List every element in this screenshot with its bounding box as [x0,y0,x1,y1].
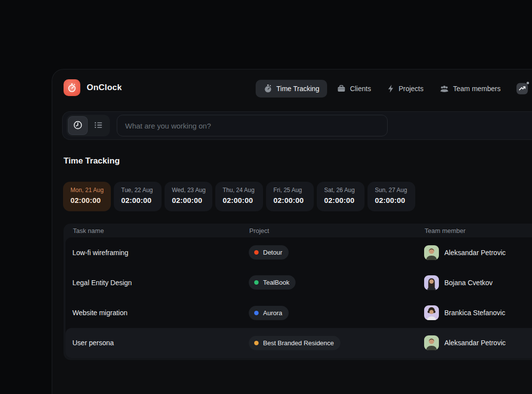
nav-item-clients[interactable]: Clients [331,80,377,98]
task-name: Website migration [72,309,128,317]
project-cell: Best Branded Residence [249,336,340,350]
member-cell: Brankica Stefanovic [424,305,505,320]
day-card-sat[interactable]: Sat, 26 Aug 02:00:00 [317,182,365,211]
time-entries-table: Task name Project Team member Low-fi wir… [64,224,532,360]
day-card-tue[interactable]: Tue, 22 Aug 02:00:00 [114,182,162,211]
project-chip[interactable]: Best Branded Residence [249,336,340,350]
day-label: Sun, 27 Aug [375,187,415,194]
day-label: Thu, 24 Aug [223,187,263,194]
project-name: Aurora [263,309,282,317]
day-total-time: 02:00:00 [172,196,212,204]
day-total-time: 02:00:00 [324,196,365,204]
timer-mode-button[interactable] [68,116,88,135]
column-header-task: Task name [73,227,104,234]
project-chip[interactable]: Aurora [249,306,289,320]
timer-clock-icon [73,120,83,131]
member-name: Bojana Cvetkov [444,279,493,287]
app-header: OnClock Time Tracking [52,69,532,107]
day-label: Tue, 22 Aug [121,187,162,194]
app-title: OnClock [87,83,122,93]
day-card-mon[interactable]: Mon, 21 Aug 02:00:00 [63,182,111,211]
nav-item-team-members[interactable]: Team members [433,80,506,98]
notification-dot [527,82,529,84]
table-header: Task name Project Team member [64,224,532,237]
nav-item-label: Clients [350,85,371,93]
onclock-logo-icon [64,79,80,96]
nav-item-projects[interactable]: Projects [381,80,430,98]
day-card-thu[interactable]: Thu, 24 Aug 02:00:00 [215,182,263,211]
task-description-input[interactable] [117,115,388,136]
table-row[interactable]: User persona Best Branded Residence [66,328,532,358]
day-total-time: 02:00:00 [70,196,111,204]
timer-toolbar [62,111,532,140]
people-icon [439,84,449,93]
nav-item-label: Time Tracking [276,85,319,93]
day-card-sun[interactable]: Sun, 27 Aug 02:00:00 [367,182,415,211]
task-name: User persona [72,339,114,347]
member-cell: Aleksandar Petrovic [424,335,506,350]
member-cell: Bojana Cvetkov [424,275,493,290]
timer-mode-toggle [66,115,110,136]
main-nav: Time Tracking Clients [256,80,532,98]
project-color-dot [254,341,259,345]
day-label: Fri, 25 Aug [273,187,314,194]
brand: OnClock [64,79,122,96]
day-total-time: 02:00:00 [375,196,415,204]
member-cell: Aleksandar Petrovic [424,245,506,260]
project-color-dot [254,250,259,255]
project-cell: TealBook [249,275,296,290]
project-name: TealBook [263,279,289,286]
member-name: Brankica Stefanovic [444,309,505,317]
stopwatch-icon [264,84,272,93]
table-row[interactable]: Website migration Aurora [66,298,532,328]
day-total-time: 02:00:00 [273,196,314,204]
briefcase-icon [337,84,346,93]
manual-mode-button[interactable] [89,116,108,135]
avatar [424,335,439,350]
project-color-dot [254,280,259,285]
day-label: Mon, 21 Aug [70,187,111,194]
app-panel: OnClock Time Tracking [52,69,532,394]
project-color-dot [254,311,259,315]
table-row[interactable]: Low-fi wireframing Detour [66,237,532,267]
day-card-fri[interactable]: Fri, 25 Aug 02:00:00 [266,182,314,211]
day-card-wed[interactable]: Wed, 23 Aug 02:00:00 [165,182,212,211]
project-name: Detour [263,249,282,256]
column-header-member: Team member [425,227,466,234]
lightning-icon [387,84,395,93]
project-cell: Aurora [249,306,289,320]
task-name: Legal Entity Design [72,279,132,287]
nav-item-label: Projects [399,85,424,93]
avatar [424,245,439,260]
member-name: Aleksandar Petrovic [444,249,506,257]
day-label: Sat, 26 Aug [324,187,365,194]
day-total-time: 02:00:00 [223,196,263,204]
week-day-cards: Mon, 21 Aug 02:00:00 Tue, 22 Aug 02:00:0… [63,182,415,211]
avatar [424,275,439,290]
project-chip[interactable]: Detour [249,245,289,260]
nav-item-reports[interactable]: Reports [510,80,532,98]
project-cell: Detour [249,245,289,260]
table-row[interactable]: Legal Entity Design TealBook [66,267,532,297]
project-chip[interactable]: TealBook [249,275,296,290]
nav-item-label: Team members [453,85,500,93]
task-name: Low-fi wireframing [72,249,129,257]
manual-list-icon [94,120,103,131]
nav-item-time-tracking[interactable]: Time Tracking [256,80,327,98]
day-total-time: 02:00:00 [121,196,162,204]
table-body: Low-fi wireframing Detour [66,237,532,358]
day-label: Wed, 23 Aug [172,187,212,194]
page-title: Time Tracking [64,156,120,166]
project-name: Best Branded Residence [263,339,334,347]
avatar [424,305,439,320]
trending-chart-icon [516,83,528,95]
column-header-project: Project [249,227,269,234]
member-name: Aleksandar Petrovic [444,339,506,347]
